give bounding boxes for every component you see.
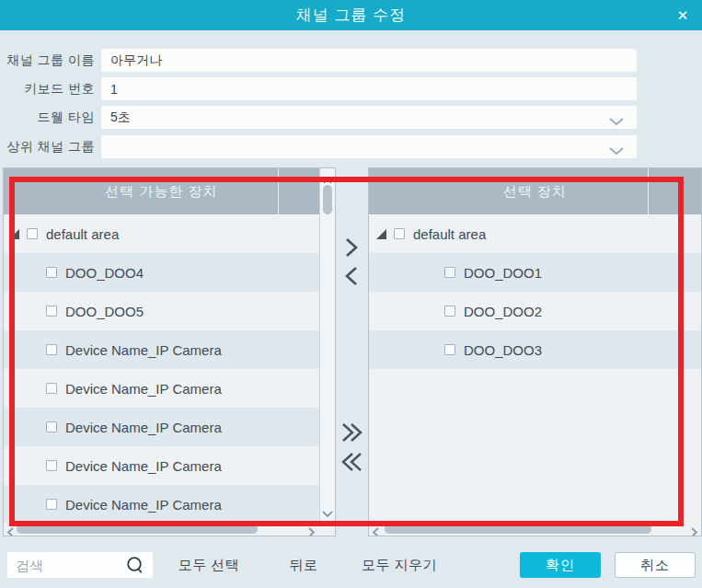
cancel-button[interactable]: 취소 bbox=[615, 552, 696, 578]
scroll-left-icon[interactable] bbox=[6, 525, 14, 536]
dwell-time-select[interactable]: 5초 bbox=[101, 106, 637, 129]
checkbox[interactable] bbox=[46, 421, 57, 432]
dialog-titlebar: 채널 그룹 수정 bbox=[0, 0, 702, 30]
scroll-left-icon[interactable] bbox=[372, 525, 379, 536]
tree-label: DOO_DOO5 bbox=[65, 304, 144, 319]
close-icon[interactable]: ✕ bbox=[673, 6, 693, 26]
chevron-down-icon bbox=[609, 114, 624, 129]
scroll-right-icon[interactable] bbox=[308, 525, 316, 536]
scroll-right-icon[interactable] bbox=[691, 525, 698, 536]
column-divider[interactable] bbox=[648, 168, 649, 214]
double-arrow-left-icon bbox=[340, 450, 364, 474]
checkbox[interactable] bbox=[46, 383, 57, 394]
horizontal-scrollbar[interactable] bbox=[4, 523, 335, 536]
search-box bbox=[7, 552, 153, 578]
tree-row-device[interactable]: DOO_DOO2 bbox=[369, 292, 701, 330]
tree-row-device[interactable]: Device Name_IP Camera bbox=[4, 330, 319, 369]
tree-label: DOO_DOO3 bbox=[464, 342, 542, 358]
column-divider[interactable] bbox=[278, 168, 279, 214]
selected-devices-header: 선택 장치 bbox=[369, 168, 701, 214]
tree-row-device[interactable]: Device Name_IP Camera bbox=[4, 408, 319, 446]
chevron-down-icon bbox=[609, 144, 624, 158]
dwell-time-value: 5초 bbox=[110, 110, 131, 126]
tree-label: DOO_DOO1 bbox=[464, 265, 542, 281]
checkbox[interactable] bbox=[27, 228, 38, 239]
checkbox[interactable] bbox=[46, 344, 57, 355]
scroll-down-icon[interactable] bbox=[322, 505, 333, 522]
scrollbar-thumb[interactable] bbox=[17, 525, 258, 534]
tree-label: Device Name_IP Camera bbox=[65, 497, 222, 513]
group-name-label: 채널 그룹 이름 bbox=[0, 52, 95, 69]
tree-label: DOO_DOO2 bbox=[464, 304, 542, 319]
scrollbar-thumb[interactable] bbox=[323, 185, 332, 214]
ok-button[interactable]: 확인 bbox=[520, 552, 601, 578]
tree-row-device[interactable]: Device Name_IP Camera bbox=[4, 446, 319, 485]
tree-row-device[interactable]: DOO_DOO5 bbox=[4, 292, 319, 330]
parent-group-select[interactable] bbox=[101, 135, 637, 158]
form-row-keyboard-number: 키보드 번호 bbox=[0, 77, 702, 100]
horizontal-scrollbar[interactable] bbox=[369, 523, 701, 536]
form-row-parent-group: 상위 채널 그룹 bbox=[0, 135, 702, 158]
tree-row-device[interactable]: Device Name_IP Camera bbox=[4, 485, 319, 524]
move-all-right-button[interactable] bbox=[339, 421, 366, 444]
tree-row-device[interactable]: Device Name_IP Camera bbox=[4, 369, 319, 408]
tree-label: DOO_DOO4 bbox=[65, 265, 144, 281]
available-devices-tree: default area DOO_DOO4 DOO_DOO5 Device Na… bbox=[4, 214, 319, 523]
clear-all-button[interactable]: 모두 지우기 bbox=[356, 552, 443, 578]
form-row-dwell-time: 드웰 타임 5초 bbox=[0, 106, 702, 129]
available-devices-header: 선택 가능한 장치 bbox=[4, 168, 319, 214]
selected-devices-tree: default area DOO_DOO1 DOO_DOO2 DOO_DOO3 bbox=[369, 214, 701, 523]
expander-icon[interactable] bbox=[9, 229, 19, 239]
arrow-right-icon bbox=[343, 236, 360, 259]
tree-label: default area bbox=[413, 226, 486, 242]
dialog-title: 채널 그룹 수정 bbox=[296, 5, 406, 26]
tree-row-device[interactable]: DOO_DOO1 bbox=[369, 253, 701, 292]
tree-row-area[interactable]: default area bbox=[4, 214, 319, 253]
checkbox[interactable] bbox=[46, 499, 57, 510]
move-all-left-button[interactable] bbox=[339, 450, 366, 474]
tree-label: Device Name_IP Camera bbox=[65, 381, 222, 397]
scrollbar-thumb[interactable] bbox=[385, 525, 651, 534]
expander-icon[interactable] bbox=[376, 229, 386, 239]
tree-label: default area bbox=[46, 226, 119, 242]
available-devices-panel: 선택 가능한 장치 default area DOO_DOO4 DOO_DOO5… bbox=[3, 167, 336, 536]
parent-group-label: 상위 채널 그룹 bbox=[0, 139, 95, 156]
tree-label: Device Name_IP Camera bbox=[65, 458, 222, 474]
dwell-time-label: 드웰 타임 bbox=[0, 110, 95, 126]
checkbox[interactable] bbox=[394, 228, 405, 239]
move-right-button[interactable] bbox=[338, 236, 365, 259]
arrow-left-icon bbox=[343, 265, 360, 287]
vertical-scrollbar[interactable] bbox=[319, 168, 335, 523]
checkbox[interactable] bbox=[444, 344, 455, 355]
select-all-button[interactable]: 모두 선택 bbox=[167, 552, 250, 578]
tree-row-device[interactable]: DOO_DOO4 bbox=[4, 253, 319, 292]
checkbox[interactable] bbox=[444, 306, 455, 317]
checkbox[interactable] bbox=[46, 267, 57, 278]
checkbox[interactable] bbox=[46, 460, 57, 471]
back-button[interactable]: 뒤로 bbox=[277, 552, 330, 578]
available-devices-title: 선택 가능한 장치 bbox=[105, 183, 217, 201]
tree-label: Device Name_IP Camera bbox=[65, 420, 222, 435]
search-input[interactable] bbox=[7, 558, 116, 573]
form-row-group-name: 채널 그룹 이름 bbox=[0, 49, 702, 72]
checkbox[interactable] bbox=[444, 267, 455, 278]
selected-devices-panel: 선택 장치 default area DOO_DOO1 DOO_DOO2 DOO… bbox=[368, 167, 702, 536]
keyboard-number-input[interactable] bbox=[101, 77, 637, 100]
group-name-input[interactable] bbox=[101, 49, 637, 72]
tree-label: Device Name_IP Camera bbox=[65, 342, 222, 358]
tree-row-device[interactable]: DOO_DOO3 bbox=[369, 330, 701, 369]
move-left-button[interactable] bbox=[338, 264, 365, 288]
selected-devices-title: 선택 장치 bbox=[503, 183, 567, 201]
double-arrow-right-icon bbox=[340, 421, 364, 444]
keyboard-number-label: 키보드 번호 bbox=[0, 81, 95, 98]
search-icon[interactable] bbox=[126, 556, 144, 579]
checkbox[interactable] bbox=[46, 306, 57, 317]
tree-row-area[interactable]: default area bbox=[369, 214, 701, 253]
